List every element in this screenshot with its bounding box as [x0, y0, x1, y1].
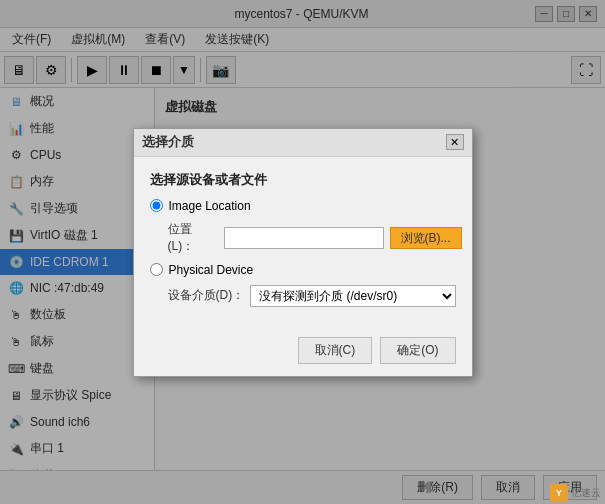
watermark-text: 亿速云 — [571, 486, 601, 500]
device-medium-label: 设备介质(D)： — [168, 287, 245, 304]
physical-device-label: Physical Device — [169, 263, 254, 277]
watermark: Y 亿速云 — [550, 484, 601, 502]
physical-device-radio[interactable] — [150, 263, 163, 276]
watermark-icon: Y — [550, 484, 568, 502]
modal-cancel-button[interactable]: 取消(C) — [298, 337, 373, 364]
image-location-row: Image Location — [150, 199, 456, 213]
location-input[interactable] — [224, 227, 384, 249]
location-label: 位置(L)： — [168, 221, 218, 255]
device-medium-select[interactable]: 没有探测到介质 (/dev/sr0) — [250, 285, 455, 307]
modal-footer: 取消(C) 确定(O) — [134, 329, 472, 376]
modal-ok-button[interactable]: 确定(O) — [380, 337, 455, 364]
modal-dialog: 选择介质 ✕ 选择源设备或者文件 Image Location 位置(L)： 浏… — [133, 128, 473, 377]
modal-overlay: 选择介质 ✕ 选择源设备或者文件 Image Location 位置(L)： 浏… — [0, 0, 605, 504]
device-medium-row: 设备介质(D)： 没有探测到介质 (/dev/sr0) — [168, 285, 456, 307]
physical-device-row: Physical Device — [150, 263, 456, 277]
modal-title: 选择介质 — [142, 133, 194, 151]
location-row: 位置(L)： 浏览(B)... — [168, 221, 456, 255]
image-location-label: Image Location — [169, 199, 251, 213]
image-location-radio[interactable] — [150, 199, 163, 212]
modal-close-button[interactable]: ✕ — [446, 134, 464, 150]
modal-title-bar: 选择介质 ✕ — [134, 129, 472, 157]
modal-body: 选择源设备或者文件 Image Location 位置(L)： 浏览(B)...… — [134, 157, 472, 329]
modal-subtitle: 选择源设备或者文件 — [150, 171, 456, 189]
browse-button[interactable]: 浏览(B)... — [390, 227, 462, 249]
